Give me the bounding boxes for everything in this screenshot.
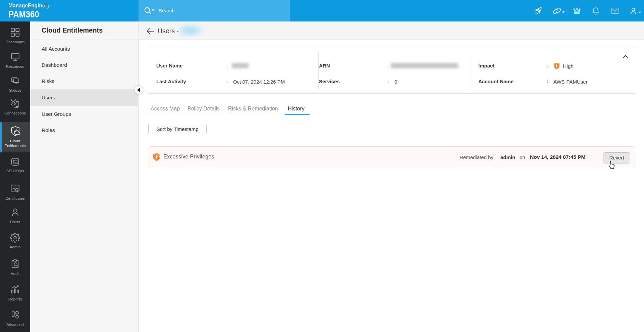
svg-text:SSH: SSH	[12, 162, 17, 165]
